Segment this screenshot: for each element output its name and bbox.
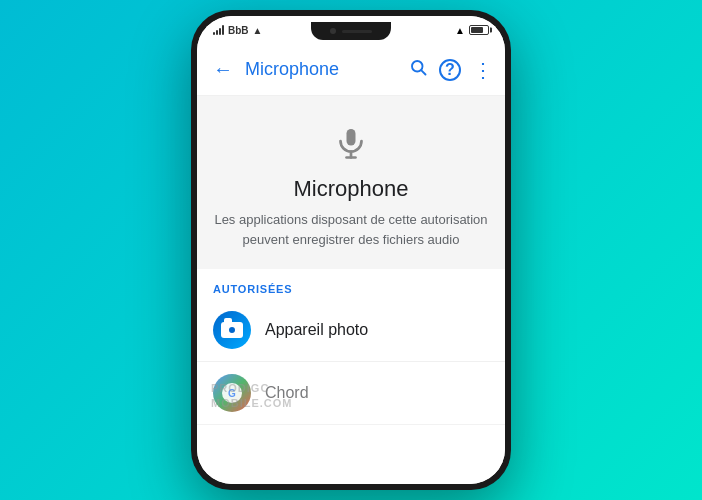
- section-header-autorisees: AUTORISÉES: [197, 269, 505, 299]
- watermark: PRODIGC MOBILE.COM: [211, 381, 293, 410]
- battery-fill: [471, 27, 483, 33]
- status-left: BbB ▲: [213, 25, 262, 36]
- app-icon-camera: [213, 311, 251, 349]
- camera-dot: [330, 28, 336, 34]
- hero-title: Microphone: [294, 176, 409, 202]
- microphone-icon: [327, 120, 375, 168]
- signal-bar-3: [219, 28, 221, 35]
- watermark-line1: PRODIGC: [211, 381, 293, 395]
- hero-subtitle: Les applications disposant de cette auto…: [213, 210, 489, 249]
- phone-frame: BbB ▲ ▲ ← Microphone: [191, 10, 511, 490]
- phone-notch: [311, 22, 391, 40]
- speaker-line: [342, 30, 372, 33]
- svg-line-1: [421, 70, 425, 74]
- help-icon[interactable]: ?: [439, 59, 461, 81]
- app-bar-actions: ? ⋮: [409, 58, 493, 82]
- wifi-icon: ▲: [253, 25, 263, 36]
- camera-bump: [224, 318, 232, 322]
- camera-body: [221, 322, 243, 338]
- carrier-name: BbB: [228, 25, 249, 36]
- camera-lens: [227, 325, 237, 335]
- app-bar: ← Microphone ? ⋮: [197, 44, 505, 96]
- back-button[interactable]: ←: [209, 54, 237, 85]
- signal-bar-2: [216, 30, 218, 35]
- status-right: ▲: [455, 25, 489, 36]
- navigation-icon: ▲: [455, 25, 465, 36]
- list-item[interactable]: Appareil photo: [197, 299, 505, 362]
- hero-section: Microphone Les applications disposant de…: [197, 96, 505, 269]
- watermark-line2: MOBILE.COM: [211, 396, 293, 410]
- page-title: Microphone: [245, 59, 401, 80]
- search-icon[interactable]: [409, 58, 427, 81]
- more-options-icon[interactable]: ⋮: [473, 58, 493, 82]
- battery-indicator: [469, 25, 489, 35]
- app-name-camera: Appareil photo: [265, 321, 368, 339]
- signal-bars: [213, 25, 224, 35]
- svg-rect-2: [347, 129, 356, 146]
- signal-bar-1: [213, 32, 215, 35]
- list-section: AUTORISÉES Appareil photo: [197, 269, 505, 484]
- signal-bar-4: [222, 25, 224, 35]
